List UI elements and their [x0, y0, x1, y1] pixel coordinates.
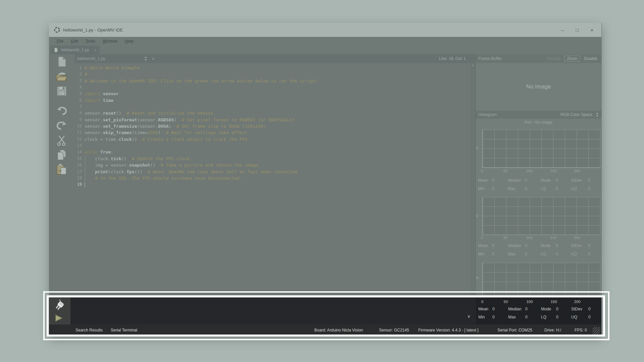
code-line-5: 5import sensor [74, 90, 471, 97]
new-file-button[interactable] [49, 54, 74, 69]
axis-tick: 150 [550, 169, 556, 173]
stat-label-mode: Mode [541, 243, 551, 248]
stat-label-stdev: StDev [571, 178, 582, 183]
maximize-button[interactable]: □ [570, 25, 585, 35]
python-file-icon [54, 47, 58, 53]
stat-label-max: Max [508, 252, 516, 256]
save-file-icon [56, 85, 67, 97]
undo-button[interactable] [49, 103, 74, 118]
code-line-10: 10sensor.set_framesize(sensor.QVGA) # Se… [74, 123, 471, 129]
tab-helloworld[interactable]: helloworld_1.py × [50, 46, 100, 54]
histogram-chart-r [482, 130, 601, 168]
menu-window[interactable]: Window [99, 37, 121, 46]
menu-bar: FileEditToolsWindowHelp [49, 37, 601, 46]
copy-icon [56, 149, 67, 161]
stat-value-mode: 0 [556, 243, 558, 248]
histogram-header: Histogram RGB Color Space [476, 111, 601, 119]
color-space-select[interactable]: RGB Color Space [560, 112, 592, 117]
code-line-3: 3# Welcome to the OpenMV IDE! Click on t… [74, 78, 471, 84]
stat-value-uq: 0 [588, 186, 590, 191]
editor-scrollbar[interactable]: ∧ [470, 63, 475, 296]
axis-tick: 0 [481, 236, 483, 240]
r-axis-ticks: 050100150200 [475, 169, 601, 174]
paste-button[interactable] [49, 162, 74, 177]
stat-value-lq: 0 [556, 186, 558, 191]
title-bar[interactable]: helloworld_1.py - OpenMV IDE – □ × [49, 23, 601, 37]
histogram-chart-b [482, 263, 601, 295]
histogram-resolution: Res - No Image [476, 119, 601, 126]
cut-button[interactable] [49, 133, 74, 147]
axis-tick: 200 [574, 236, 580, 240]
document-selector-bar: helloworld_1.py × Line: 19, Col: 1 [74, 54, 475, 63]
code-line-15: 15 clock.tick() # Update the FPS clock. [74, 156, 471, 162]
stat-label-lq: LQ [541, 252, 546, 256]
stat-label-mode: Mode [541, 178, 551, 183]
doc-spinner-icon[interactable] [144, 56, 147, 61]
code-line-2: 2# [74, 71, 471, 77]
code-editor[interactable]: 1# Hello World Example2#3# Welcome to th… [74, 63, 471, 296]
stat-label-min: Min [478, 186, 484, 191]
new-file-icon [56, 56, 67, 68]
channel-label-g: G [475, 214, 479, 217]
stat-value-median: 0 [525, 243, 527, 248]
window-title: helloworld_1.py - OpenMV IDE [63, 27, 123, 33]
copy-button[interactable] [49, 147, 74, 162]
document-selector[interactable]: helloworld_1.py [77, 56, 144, 61]
r-stats-row1: Mean0Median0Mode0StDev0 [475, 178, 601, 184]
code-line-11: 11sensor.skip_frames(time=2000) # Wait f… [74, 129, 471, 136]
editor-toolbar [49, 54, 74, 296]
histogram-title: Histogram [478, 112, 560, 117]
disable-button[interactable]: Disable [584, 56, 597, 61]
stat-value-mean: 0 [492, 178, 494, 183]
indent-guide [85, 156, 86, 181]
openmv-logo-icon [54, 26, 60, 33]
record-button[interactable]: Record [547, 56, 560, 61]
code-line-14: 14while True: [74, 149, 471, 155]
stat-value-stdev: 0 [588, 178, 590, 183]
cut-icon [56, 134, 67, 146]
code-line-17: 17 print(clock.fps()) # Note: OpenMV Cam… [74, 169, 471, 175]
save-file-button[interactable] [49, 84, 74, 99]
open-file-button[interactable] [49, 69, 74, 84]
stat-value-max: 0 [525, 252, 527, 256]
frame-buffer-toolbar: Frame Buffer Record Zoom Disable [476, 54, 601, 63]
tab-close-icon[interactable]: × [94, 48, 96, 53]
stat-value-mean: 0 [492, 243, 494, 248]
code-line-4: 4 [74, 84, 471, 90]
color-space-spinner-icon[interactable] [596, 112, 599, 117]
paste-icon [56, 164, 67, 176]
histogram-chart-g [482, 197, 601, 235]
stat-label-median: Median [508, 178, 521, 183]
close-button[interactable]: × [585, 25, 599, 35]
code-line-13: 13 [74, 142, 471, 149]
stat-value-lq: 0 [556, 252, 558, 256]
code-line-16: 16 img = sensor.snapshot() # Take a pict… [74, 162, 471, 168]
doc-close-icon[interactable]: × [152, 56, 155, 61]
stat-label-stdev: StDev [571, 243, 582, 248]
undo-icon [56, 106, 68, 116]
scroll-up-icon[interactable]: ∧ [470, 63, 475, 68]
stat-label-mean: Mean [478, 178, 488, 183]
menu-file[interactable]: File [53, 37, 67, 46]
menu-edit[interactable]: Edit [67, 37, 82, 46]
text-caret [85, 182, 85, 187]
frame-buffer-view: No Image [476, 63, 601, 111]
stat-label-mean: Mean [478, 243, 488, 248]
stat-value-max: 0 [525, 186, 527, 191]
frame-buffer-title: Frame Buffer [478, 56, 547, 61]
stat-label-uq: UQ [571, 252, 577, 256]
zoom-button[interactable]: Zoom [564, 56, 580, 62]
redo-button[interactable] [49, 118, 74, 133]
menu-tools[interactable]: Tools [82, 37, 99, 46]
r-stats-row2: Min0Max0LQ0UQ0 [475, 186, 601, 192]
stat-value-stdev: 0 [588, 243, 590, 248]
tab-label: helloworld_1.py [61, 48, 89, 52]
no-image-placeholder: No Image [526, 83, 551, 90]
code-line-1: 1# Hello World Example [74, 65, 471, 71]
minimize-button[interactable]: – [555, 25, 570, 35]
axis-tick: 0 [481, 169, 483, 173]
menu-help[interactable]: Help [121, 37, 137, 46]
highlight-outer-border [43, 291, 609, 340]
stat-value-uq: 0 [588, 252, 590, 256]
g-stats-row2: Min0Max0LQ0UQ0 [475, 252, 601, 258]
